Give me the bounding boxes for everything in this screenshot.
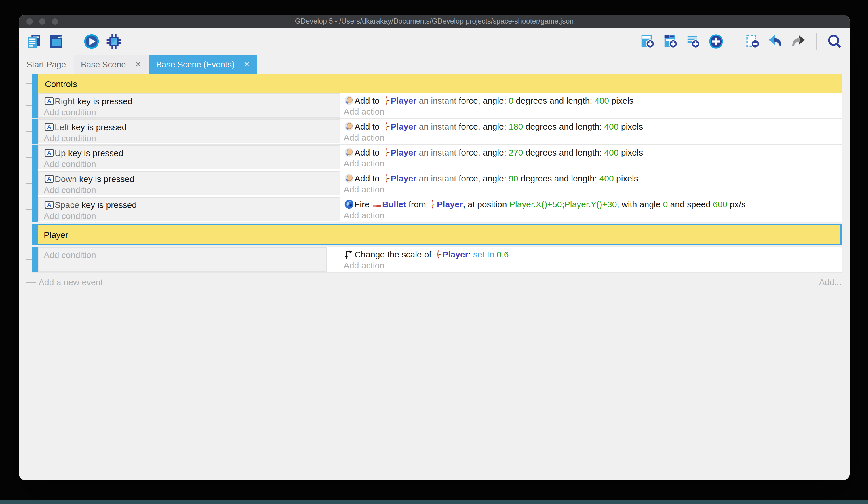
force-icon <box>344 173 354 183</box>
condition-cell: ARight key is pressedAdd condition <box>38 93 340 118</box>
tab-close-icon[interactable]: ✕ <box>244 60 250 69</box>
sentence-text: Player.X()+50;Player.Y()+30 <box>509 199 617 209</box>
condition-sentence[interactable]: ARight key is pressed <box>44 95 335 107</box>
sentence-text: 180 <box>508 122 523 131</box>
condition-sentence[interactable]: ALeft key is pressed <box>44 121 335 133</box>
group-header[interactable]: Player <box>38 224 841 245</box>
player-ship-icon <box>382 95 391 105</box>
action-sentence[interactable]: Change the scale of Player: set to 0.6 <box>344 248 841 260</box>
condition-sentence[interactable]: AUp key is pressed <box>44 147 335 159</box>
action-cell: Add to Player an instant force, angle: 2… <box>340 144 841 170</box>
sentence-text: Add to <box>354 95 382 105</box>
window-title: GDevelop 5 - /Users/dkarakay/Documents/G… <box>19 17 850 26</box>
sentence-text: Right <box>55 96 75 106</box>
action-cell: Add to Player an instant force, angle: 0… <box>340 93 841 118</box>
tab-base-scene-events[interactable]: Base Scene (Events)✕ <box>148 55 257 74</box>
events-list: ControlsARight key is pressedAdd conditi… <box>32 74 841 273</box>
condition-sentence[interactable]: ASpace key is pressed <box>44 199 335 211</box>
keyboard-icon: A <box>44 174 55 184</box>
scene-editor-icon[interactable] <box>48 33 64 49</box>
event-row: ADown key is pressedAdd conditionAdd to … <box>32 171 841 196</box>
add-condition-link[interactable]: Add condition <box>44 185 335 195</box>
add-condition-link[interactable]: Add condition <box>44 107 335 117</box>
redo-icon[interactable] <box>790 33 806 49</box>
event-drag-bar[interactable] <box>32 224 38 245</box>
sentence-text: degrees and length: <box>523 148 604 157</box>
add-condition-link[interactable]: Add condition <box>44 250 322 260</box>
action-cell: Fire Bullet from Player, at position Pla… <box>340 196 841 222</box>
debug-icon[interactable] <box>106 33 122 49</box>
tab-label: Start Page <box>27 60 66 69</box>
sentence-text: pixels <box>614 173 638 183</box>
undo-icon[interactable] <box>767 33 783 49</box>
player-ship-icon <box>382 148 391 157</box>
add-more-link[interactable]: Add... <box>819 277 841 287</box>
action-sentence[interactable]: Fire Bullet from Player, at position Pla… <box>344 198 841 210</box>
toolbar-divider <box>734 32 734 50</box>
add-action-link[interactable]: Add action <box>344 107 841 117</box>
condition-cell: ASpace key is pressedAdd condition <box>38 197 340 221</box>
tab-close-icon[interactable]: ✕ <box>135 60 141 69</box>
add-action-link[interactable]: Add action <box>344 260 841 270</box>
event-drag-bar[interactable] <box>32 119 38 144</box>
event-drag-bar[interactable] <box>32 246 38 272</box>
action-cell: Add to Player an instant force, angle: 1… <box>340 119 841 144</box>
keyboard-icon: A <box>44 148 55 158</box>
event-columns: ASpace key is pressedAdd conditionFire B… <box>38 196 841 222</box>
sentence-text: : <box>468 249 473 259</box>
action-sentence[interactable]: Add to Player an instant force, angle: 0… <box>344 94 841 107</box>
sentence-text: an instant <box>416 148 459 157</box>
tab-label: Base Scene <box>81 60 126 69</box>
player-ship-icon <box>382 173 391 183</box>
tab-label: Base Scene (Events) <box>156 60 234 69</box>
event-drag-bar[interactable] <box>32 171 38 196</box>
event-drag-bar[interactable] <box>32 74 38 93</box>
minimize-button[interactable] <box>39 18 45 24</box>
svg-text:A: A <box>47 176 52 182</box>
add-action-link[interactable]: Add action <box>344 210 841 220</box>
add-action-link[interactable]: Add action <box>344 158 841 168</box>
action-sentence[interactable]: Add to Player an instant force, angle: 2… <box>344 146 841 158</box>
tab-base-scene[interactable]: Base Scene✕ <box>73 55 148 74</box>
player-ship-icon <box>428 199 437 209</box>
tab-start-page[interactable]: Start Page <box>19 55 73 74</box>
event-drag-bar[interactable] <box>32 93 38 118</box>
remove-event-icon[interactable] <box>744 33 761 49</box>
action-cell: Add to Player an instant force, angle: 9… <box>340 171 841 196</box>
close-button[interactable] <box>27 18 33 24</box>
add-new-event-link[interactable]: Add a new event <box>39 277 103 287</box>
app-window: GDevelop 5 - /Users/dkarakay/Documents/G… <box>19 15 850 480</box>
add-subevent-icon[interactable] <box>662 33 678 49</box>
search-icon[interactable] <box>827 33 843 49</box>
event-drag-bar[interactable] <box>32 196 38 222</box>
add-action-link[interactable]: Add action <box>344 132 841 142</box>
event-drag-bar[interactable] <box>32 144 38 170</box>
keyboard-icon: A <box>44 200 55 210</box>
svg-text:A: A <box>47 202 52 208</box>
toolbar <box>19 28 850 55</box>
event-row: Add conditionChange the scale of Player:… <box>32 246 841 273</box>
svg-text:A: A <box>47 124 52 130</box>
group-header[interactable]: Controls <box>38 74 841 93</box>
add-circle-icon[interactable] <box>708 33 724 49</box>
add-condition-link[interactable]: Add condition <box>44 133 335 143</box>
sentence-text: 400 <box>604 122 619 131</box>
condition-cell: Add condition <box>38 247 327 272</box>
add-action-link[interactable]: Add action <box>344 184 841 194</box>
sentence-text: from <box>406 199 428 209</box>
action-sentence[interactable]: Add to Player an instant force, angle: 9… <box>344 172 841 184</box>
sentence-text: Space <box>55 200 79 210</box>
project-manager-icon[interactable] <box>26 33 42 49</box>
tree-line <box>26 83 27 281</box>
force-icon <box>344 95 354 105</box>
add-condition-link[interactable]: Add condition <box>44 159 335 169</box>
add-event-icon[interactable] <box>639 33 655 49</box>
play-preview-icon[interactable] <box>83 33 100 49</box>
condition-sentence[interactable]: ADown key is pressed <box>44 173 335 185</box>
zoom-button[interactable] <box>52 18 58 24</box>
add-condition-link[interactable]: Add condition <box>44 211 335 221</box>
sentence-text: Bullet <box>382 199 406 209</box>
sentence-text: key is pressed <box>69 122 127 132</box>
action-sentence[interactable]: Add to Player an instant force, angle: 1… <box>344 120 841 132</box>
add-comment-icon[interactable] <box>685 33 701 49</box>
